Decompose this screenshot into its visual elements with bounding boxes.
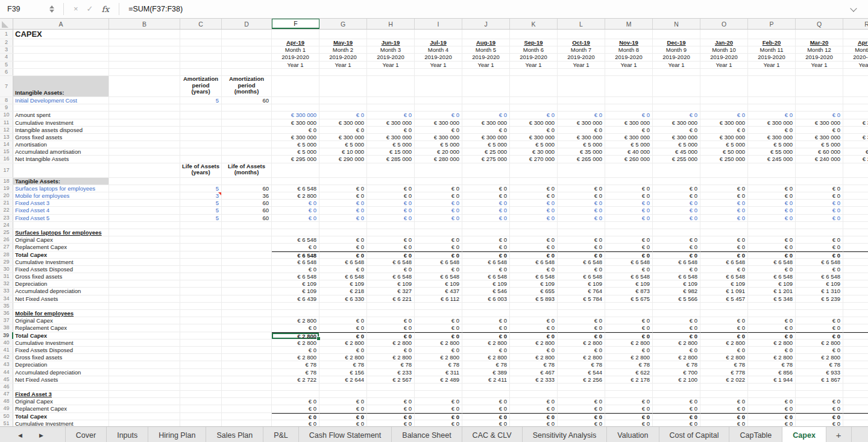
cell-B50[interactable] <box>109 413 180 420</box>
cell-P17[interactable] <box>748 163 796 177</box>
cell-C50[interactable] <box>180 413 222 420</box>
cell-A33[interactable]: Accumulated depreciation <box>13 288 109 294</box>
sheet-tab-cash-flow-statement[interactable]: Cash Flow Statement <box>299 427 392 442</box>
cell-R46[interactable] <box>843 384 868 390</box>
cell-B10[interactable] <box>109 112 180 118</box>
cell-K31[interactable]: € 6 548 <box>510 273 558 280</box>
cell-N21[interactable]: € 0 <box>653 200 700 206</box>
row-header-21[interactable]: 21 <box>0 200 13 206</box>
row-header-22[interactable]: 22 <box>0 207 13 213</box>
cell-Q10[interactable]: € 0 <box>796 112 843 118</box>
cell-L12[interactable]: € 0 <box>558 127 605 133</box>
cell-R16[interactable]: € 235 000 <box>843 156 868 162</box>
cell-C1[interactable] <box>180 30 222 39</box>
cell-K24[interactable] <box>510 222 558 229</box>
cell-G3[interactable]: Month 2 <box>319 46 367 53</box>
cell-L17[interactable] <box>558 163 605 177</box>
cell-J8[interactable] <box>462 97 510 104</box>
cell-O33[interactable]: € 1 091 <box>700 288 748 294</box>
cell-I24[interactable] <box>415 222 462 229</box>
cell-B13[interactable] <box>109 134 180 140</box>
cell-O38[interactable]: € 0 <box>700 324 748 331</box>
cell-L33[interactable]: € 764 <box>558 288 605 294</box>
cell-P32[interactable]: € 109 <box>748 280 796 287</box>
cell-P25[interactable] <box>748 229 796 236</box>
cell-J37[interactable]: € 0 <box>462 317 510 324</box>
cell-F31[interactable]: € 6 548 <box>272 273 319 280</box>
cell-A5[interactable] <box>13 62 109 68</box>
cell-A24[interactable] <box>13 222 109 229</box>
cell-F8[interactable] <box>272 97 319 104</box>
cell-P24[interactable] <box>748 222 796 229</box>
cell-I38[interactable]: € 0 <box>415 324 462 331</box>
cell-C24[interactable] <box>180 222 222 229</box>
row-header-8[interactable]: 8 <box>0 97 13 104</box>
cell-P7[interactable] <box>748 76 796 96</box>
cell-M26[interactable]: € 0 <box>605 236 653 243</box>
cell-D7[interactable]: Amortization period (months) <box>222 76 272 96</box>
cell-F48[interactable]: € 0 <box>272 398 319 405</box>
cell-P6[interactable] <box>748 69 796 75</box>
cell-F28[interactable]: € 6 548 <box>272 251 319 258</box>
cell-F22[interactable]: € 0 <box>272 207 319 213</box>
cell-A11[interactable]: Cumulative Investment <box>13 119 109 126</box>
cell-M11[interactable]: € 300 000 <box>605 119 653 126</box>
cell-M46[interactable] <box>605 384 653 390</box>
cell-H46[interactable] <box>367 384 415 390</box>
cell-F33[interactable]: € 109 <box>272 288 319 294</box>
cell-O30[interactable]: € 0 <box>700 266 748 273</box>
cell-C38[interactable] <box>180 324 222 331</box>
cell-N29[interactable]: € 6 548 <box>653 259 700 265</box>
cell-G23[interactable]: € 0 <box>319 215 367 221</box>
cell-A37[interactable]: Original Capex <box>13 317 109 324</box>
cell-N1[interactable] <box>653 30 700 39</box>
cell-L27[interactable]: € 0 <box>558 244 605 250</box>
cell-N6[interactable] <box>653 69 700 75</box>
cell-F2[interactable]: Apr-19 <box>272 39 319 46</box>
cell-G35[interactable] <box>319 303 367 309</box>
cell-N44[interactable]: € 700 <box>653 369 700 376</box>
cell-N42[interactable]: € 2 800 <box>653 354 700 361</box>
cell-K11[interactable]: € 300 000 <box>510 119 558 126</box>
cell-B19[interactable] <box>109 185 180 192</box>
cell-M1[interactable] <box>605 30 653 39</box>
cell-L46[interactable] <box>558 384 605 390</box>
cell-L20[interactable]: € 0 <box>558 192 605 199</box>
cell-O29[interactable]: € 6 548 <box>700 259 748 265</box>
cell-K22[interactable]: € 0 <box>510 207 558 213</box>
cell-C25[interactable] <box>180 229 222 236</box>
cell-Q25[interactable] <box>796 229 843 236</box>
cell-K37[interactable]: € 0 <box>510 317 558 324</box>
cell-J11[interactable]: € 300 000 <box>462 119 510 126</box>
cell-A35[interactable] <box>13 303 109 309</box>
cell-A30[interactable]: Fixed Assets Disposed <box>13 266 109 273</box>
cell-A8[interactable]: Initial Development Cost <box>13 97 109 104</box>
row-header-42[interactable]: 42 <box>0 354 13 361</box>
cell-N34[interactable]: € 5 566 <box>653 295 700 302</box>
cell-K40[interactable]: € 2 800 <box>510 339 558 346</box>
cell-K1[interactable] <box>510 30 558 39</box>
row-header-27[interactable]: 27 <box>0 244 13 250</box>
cell-N43[interactable]: € 78 <box>653 361 700 368</box>
cell-P28[interactable]: € 0 <box>748 251 796 258</box>
cell-M4[interactable]: 2019-2020 <box>605 54 653 60</box>
cell-C49[interactable] <box>180 405 222 412</box>
cell-I6[interactable] <box>415 69 462 75</box>
cell-O5[interactable]: Year 1 <box>700 62 748 68</box>
cell-P8[interactable] <box>748 97 796 104</box>
cell-C39[interactable] <box>180 332 222 339</box>
cell-D8[interactable]: 60 <box>222 97 272 104</box>
cell-F35[interactable] <box>272 303 319 309</box>
cell-B28[interactable] <box>109 251 180 258</box>
cell-J20[interactable]: € 0 <box>462 192 510 199</box>
cell-R2[interactable]: Apr-20 <box>843 39 868 46</box>
cell-Q51[interactable]: € 0 <box>796 420 843 426</box>
column-header-G[interactable]: G <box>319 19 367 29</box>
cell-A9[interactable] <box>13 104 109 111</box>
cell-J12[interactable]: € 0 <box>462 127 510 133</box>
cell-N11[interactable]: € 300 000 <box>653 119 700 126</box>
row-header-2[interactable]: 2 <box>0 39 13 46</box>
cell-I43[interactable]: € 78 <box>415 361 462 368</box>
cell-Q20[interactable]: € 0 <box>796 192 843 199</box>
cell-H50[interactable]: € 0 <box>367 413 415 420</box>
